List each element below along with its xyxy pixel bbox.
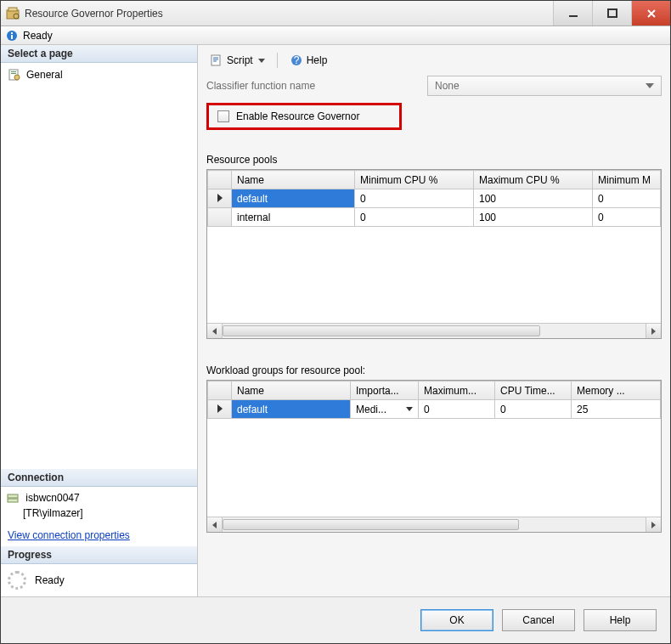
groups-header-row: Name Importa... Maximum... CPU Time... M…: [208, 381, 661, 400]
toolbar: Script ? Help: [206, 50, 662, 76]
dialog-footer: OK Cancel Help: [1, 596, 670, 643]
progress-spinner-icon: [8, 571, 26, 590]
info-icon: [6, 30, 18, 42]
nav-item-general[interactable]: General: [6, 66, 192, 83]
svg-point-2: [14, 14, 19, 19]
pools-hscrollbar[interactable]: [207, 323, 661, 338]
cell-name[interactable]: default: [232, 400, 351, 419]
status-text: Ready: [23, 30, 53, 42]
script-label: Script: [227, 54, 253, 66]
maximize-button[interactable]: [592, 1, 631, 25]
col-header[interactable]: Memory ...: [572, 381, 661, 400]
cell-cputime[interactable]: 0: [495, 400, 572, 419]
ready-status-bar: Ready: [1, 26, 670, 45]
resource-pools-grid[interactable]: Name Minimum CPU % Maximum CPU % Minimum…: [206, 169, 662, 339]
groups-hscrollbar[interactable]: [207, 517, 661, 532]
chevron-down-icon: [258, 59, 265, 63]
main-panel: Script ? Help Classifier function name N…: [198, 45, 670, 596]
svg-rect-9: [11, 71, 16, 72]
cell-minmem[interactable]: 0: [593, 208, 661, 227]
connection-info: isbwcn0047 [TR\yilmazer]: [1, 487, 197, 524]
col-header[interactable]: Minimum M: [593, 171, 661, 189]
progress-row: Ready: [1, 564, 197, 596]
cell-name[interactable]: default: [232, 189, 355, 208]
classifier-row: Classifier function name None: [206, 76, 662, 96]
svg-rect-14: [211, 55, 220, 65]
select-page-header: Select a page: [1, 45, 197, 63]
col-header[interactable]: Importa...: [351, 381, 419, 400]
page-icon: [8, 68, 21, 82]
titlebar[interactable]: Resource Governor Properties: [1, 1, 670, 26]
row-pointer-icon: [217, 404, 223, 413]
scroll-thumb[interactable]: [223, 519, 519, 530]
col-header[interactable]: Maximum...: [419, 381, 495, 400]
minimize-button[interactable]: [553, 1, 592, 25]
col-header[interactable]: Minimum CPU %: [355, 171, 474, 189]
help-icon: ?: [290, 54, 303, 67]
progress-text: Ready: [35, 574, 65, 586]
app-icon: [6, 7, 20, 20]
classifier-value: None: [435, 80, 460, 92]
cell-maxcpu[interactable]: 100: [474, 208, 593, 227]
workload-groups-grid[interactable]: Name Importa... Maximum... CPU Time... M…: [206, 380, 662, 533]
svg-point-11: [14, 75, 20, 80]
table-row[interactable]: internal 0 100 0: [208, 208, 661, 227]
cancel-button[interactable]: Cancel: [502, 609, 575, 631]
scroll-left-button[interactable]: [207, 324, 223, 338]
scroll-track[interactable]: [223, 324, 646, 338]
chevron-down-icon: [406, 407, 413, 411]
progress-header: Progress: [1, 546, 197, 564]
server-icon: [6, 492, 20, 506]
svg-rect-12: [8, 494, 18, 498]
view-connection-link[interactable]: View connection properties: [1, 524, 197, 546]
svg-rect-10: [11, 73, 16, 74]
script-button[interactable]: Script: [206, 52, 268, 69]
workload-groups-label: Workload groups for resource pool:: [206, 364, 662, 376]
resource-pools-label: Resource pools: [206, 154, 662, 166]
nav-item-label: General: [26, 69, 63, 81]
cell-mincpu[interactable]: 0: [355, 189, 474, 208]
dialog-window: Resource Governor Properties Ready Selec…: [0, 0, 671, 644]
window-title: Resource Governor Properties: [25, 8, 553, 20]
cell-importance[interactable]: Medi...: [351, 400, 419, 419]
cell-minmem[interactable]: 0: [593, 189, 661, 208]
table-row[interactable]: default Medi... 0 0 25: [208, 400, 661, 419]
cell-memory[interactable]: 25: [572, 400, 661, 419]
cell-name[interactable]: internal: [232, 208, 355, 227]
cell-maxreq[interactable]: 0: [419, 400, 495, 419]
chevron-down-icon: [646, 83, 654, 88]
toolbar-separator: [277, 53, 278, 68]
enable-governor-highlight: Enable Resource Governor: [206, 103, 402, 130]
user-name: [TR\yilmazer]: [6, 506, 192, 521]
ok-button[interactable]: OK: [420, 609, 493, 631]
scroll-track[interactable]: [223, 517, 646, 532]
col-header[interactable]: Maximum CPU %: [474, 171, 593, 189]
svg-rect-7: [11, 32, 13, 34]
svg-rect-6: [11, 35, 13, 39]
svg-rect-1: [8, 8, 17, 11]
scroll-right-button[interactable]: [646, 324, 661, 338]
enable-governor-checkbox[interactable]: [217, 110, 229, 122]
close-button[interactable]: [631, 1, 670, 25]
classifier-label: Classifier function name: [206, 80, 410, 92]
help-toolbar-button[interactable]: ? Help: [286, 52, 331, 69]
dialog-body: Select a page General Connection isbwcn0…: [1, 45, 670, 596]
cell-maxcpu[interactable]: 100: [474, 189, 593, 208]
script-icon: [210, 54, 223, 67]
col-header[interactable]: CPU Time...: [495, 381, 572, 400]
table-row[interactable]: default 0 100 0: [208, 189, 661, 208]
cell-mincpu[interactable]: 0: [355, 208, 474, 227]
classifier-select[interactable]: None: [427, 76, 662, 96]
scroll-thumb[interactable]: [223, 325, 540, 336]
col-header[interactable]: Name: [232, 381, 351, 400]
help-label: Help: [307, 54, 328, 66]
help-button[interactable]: Help: [584, 609, 657, 631]
left-panel: Select a page General Connection isbwcn0…: [1, 45, 198, 596]
row-pointer-icon: [217, 194, 223, 202]
scroll-right-button[interactable]: [646, 517, 661, 532]
col-header[interactable]: Name: [232, 171, 355, 189]
server-name: isbwcn0047: [25, 492, 79, 504]
scroll-left-button[interactable]: [207, 517, 223, 532]
pools-header-row: Name Minimum CPU % Maximum CPU % Minimum…: [208, 171, 661, 189]
connection-header: Connection: [1, 469, 197, 487]
